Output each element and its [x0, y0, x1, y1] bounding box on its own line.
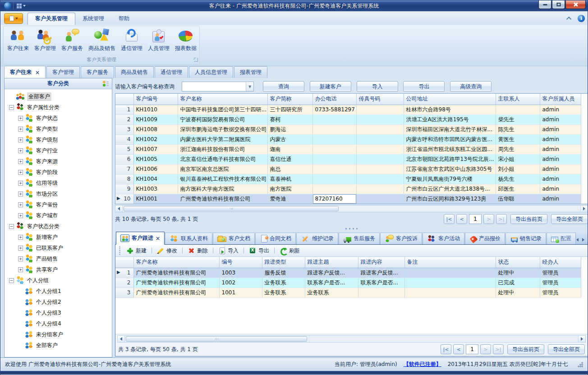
collapse-node-icon[interactable]: −: [9, 224, 14, 229]
grid-cell[interactable]: 处理中: [496, 268, 540, 278]
delete-record-button[interactable]: 删除: [186, 246, 210, 256]
column-header[interactable]: 客户名称: [133, 257, 219, 268]
grid-row[interactable]: 8KH1004银川嘉泰神机工程软件技术有限公司嘉泰神机宁夏银川凤凰南街79号六楼…: [115, 174, 581, 184]
column-header[interactable]: 客户编号: [133, 94, 178, 105]
expand-node-icon[interactable]: +: [18, 170, 23, 175]
panel-splitter[interactable]: [115, 226, 588, 231]
grid-cell[interactable]: 广州市白云区同和路329号123房: [404, 194, 496, 204]
grid-cell[interactable]: [312, 124, 356, 134]
grid-cell[interactable]: [356, 154, 404, 164]
grid-cell[interactable]: [356, 105, 404, 114]
expand-node-icon[interactable]: +: [18, 192, 23, 197]
grid-cell[interactable]: KH1003: [133, 184, 178, 194]
grid-row[interactable]: 3KH1008深圳市鹏海运电子数据交换有限公司鹏海运深圳市福田区深南大道北竹子林…: [115, 124, 581, 134]
last-page-button[interactable]: >|: [496, 214, 507, 224]
grid-cell[interactable]: 广州市白云区广州大道北1838号...: [404, 184, 496, 194]
export-current-page-button[interactable]: 导出当前页: [510, 214, 547, 224]
close-tab-icon[interactable]: ×: [35, 70, 40, 75]
grid-cell[interactable]: 爱奇迪: [267, 194, 312, 204]
row-header[interactable]: 2: [115, 114, 133, 124]
row-header[interactable]: 9: [115, 184, 133, 194]
grid-cell[interactable]: 87207160: [312, 194, 356, 204]
detail-tab-complaint[interactable]: 客户投诉: [380, 233, 422, 244]
tree-item[interactable]: 个人分组4: [5, 318, 112, 329]
grid-row[interactable]: 1KH1010中国电子科技集团公司第三十四研...三十四研究所0733-5881…: [115, 105, 581, 114]
expand-node-icon[interactable]: +: [18, 181, 23, 186]
tree-item[interactable]: +客户行业: [5, 145, 112, 156]
grid-cell[interactable]: 柴先生: [496, 114, 540, 124]
grid-cell[interactable]: [312, 134, 356, 144]
expand-node-icon[interactable]: +: [18, 246, 23, 251]
grid-cell[interactable]: 南方医院: [267, 184, 312, 194]
grid-cell[interactable]: 中国电子科技集团公司第三十四研...: [178, 105, 267, 114]
expand-node-icon[interactable]: +: [18, 202, 23, 207]
tree-item[interactable]: +客户级别: [5, 134, 112, 145]
column-header[interactable]: 客户名称: [178, 94, 267, 105]
grid-cell[interactable]: [356, 194, 404, 204]
grid-cell[interactable]: 宁波赛柯国际贸易有限公司: [178, 114, 267, 124]
next-page-button[interactable]: >: [483, 214, 494, 224]
grid-cell[interactable]: 银川嘉泰神机工程软件技术有限公司: [178, 174, 267, 184]
dropdown-arrow-icon[interactable]: ▼: [246, 82, 253, 91]
expand-node-icon[interactable]: +: [18, 116, 23, 121]
tree-item[interactable]: 未分组客户: [5, 329, 112, 340]
grid-cell[interactable]: [404, 278, 496, 288]
dialog-launcher-icon[interactable]: [194, 58, 198, 62]
grid-cell[interactable]: [356, 144, 404, 154]
detail-tab-customer-follow[interactable]: 客户跟进×: [116, 232, 165, 245]
doc-tab-communication[interactable]: 通信管理: [155, 66, 188, 78]
tree-item[interactable]: 个人分组3: [5, 307, 112, 318]
column-header[interactable]: 编号: [219, 257, 262, 268]
doc-tab-customer-service[interactable]: 客户服务: [81, 66, 114, 78]
grid-cell[interactable]: [356, 124, 404, 134]
category-settings-icon[interactable]: [102, 80, 109, 87]
row-header[interactable]: 7: [115, 164, 133, 174]
grid-cell[interactable]: 伍华聪: [496, 194, 540, 204]
minimize-button[interactable]: [538, 0, 551, 9]
column-header[interactable]: 公司地址: [404, 94, 496, 105]
grid-cell[interactable]: [356, 174, 404, 184]
grid-cell[interactable]: 已完成: [496, 278, 540, 288]
prev-page-button[interactable]: <: [456, 214, 467, 224]
edit-record-button[interactable]: 修改: [155, 246, 179, 256]
grid-row[interactable]: ▶10KH1001广州爱奇迪软件科技有限公司爱奇迪87207160广州市白云区同…: [115, 194, 581, 204]
collapse-node-icon[interactable]: −: [9, 278, 14, 283]
detail-tab-activity[interactable]: 客户活动: [423, 233, 464, 244]
row-header[interactable]: 5: [115, 144, 133, 154]
grid-cell[interactable]: 赛柯: [267, 114, 312, 124]
grid-cell[interactable]: 0733-5881297: [312, 105, 356, 114]
grid-cell[interactable]: 杨先生: [496, 174, 540, 184]
doc-tab-report-manage[interactable]: 报表管理: [234, 66, 267, 78]
tree-item[interactable]: +客户状态: [5, 113, 112, 123]
detail-tab-customer-docs[interactable]: 客户文档: [213, 233, 255, 244]
next-page-button[interactable]: >: [480, 344, 491, 354]
column-header[interactable]: 传真号码: [356, 94, 404, 105]
grid-row[interactable]: 9KH1003南方医科大学南方医院南方医院广州市白云区广州大道北1838号...…: [115, 184, 581, 194]
grid-cell[interactable]: 浙江迦南科技股份有限公司: [178, 144, 267, 154]
grid-cell[interactable]: 江苏省南京市玄武区中山东路305号: [404, 164, 496, 174]
tab-scroll-right-icon[interactable]: [582, 238, 584, 242]
grid-cell[interactable]: [356, 184, 404, 194]
page-number-input[interactable]: [469, 214, 482, 224]
ribbon-tab-system[interactable]: 系统管理: [75, 13, 111, 25]
grid-cell[interactable]: KH1004: [133, 174, 178, 184]
tree-item[interactable]: +产品销售: [5, 253, 112, 264]
column-header[interactable]: 备注: [404, 257, 496, 268]
grid-cell[interactable]: 业务联系: [305, 288, 358, 297]
grid-cell[interactable]: 鹏海运: [267, 124, 312, 134]
grid-cell[interactable]: 桂林市六合路98号: [404, 105, 496, 114]
grid-cell[interactable]: [404, 268, 496, 278]
help-info-icon[interactable]: i: [578, 15, 585, 22]
expand-node-icon[interactable]: +: [18, 148, 23, 153]
horizontal-scrollbar[interactable]: [117, 335, 586, 343]
grid-cell[interactable]: 南总: [267, 164, 312, 174]
column-header[interactable]: 办公电话: [312, 94, 356, 105]
tree-item[interactable]: −客户属性分类: [5, 102, 112, 113]
detail-tab-maintenance[interactable]: 维护记录: [296, 233, 338, 244]
expand-node-icon[interactable]: +: [18, 127, 23, 132]
grid-cell[interactable]: 服务反馈: [262, 268, 305, 278]
grid-cell[interactable]: 浙江省温州市瓯北镇东瓯工业区园...: [404, 144, 496, 154]
layout-grid-icon[interactable]: [17, 4, 22, 9]
grid-cell[interactable]: 广州爱奇迪软件科技有限公司: [178, 194, 267, 204]
column-header[interactable]: 经办人: [540, 257, 581, 268]
